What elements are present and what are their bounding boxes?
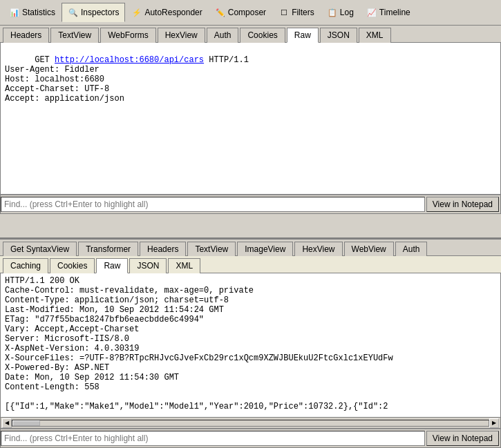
response-tab-bar-1: Get SyntaxView Transformer Headers TextV… — [0, 240, 501, 256]
statistics-icon: 📊 — [9, 7, 20, 18]
toolbar-label-composer: Composer — [228, 8, 266, 17]
req-tab-hexview[interactable]: HexView — [158, 28, 205, 43]
toolbar-btn-statistics[interactable]: 📊 Statistics — [3, 3, 62, 22]
scroll-left-btn[interactable]: ◀ — [2, 418, 12, 428]
timeline-icon: 📈 — [366, 7, 377, 18]
toolbar-btn-composer[interactable]: ✏️ Composer — [209, 3, 272, 22]
req-tab-auth[interactable]: Auth — [207, 28, 239, 43]
autoresponder-icon: ⚡ — [131, 7, 142, 18]
resp-tab-hexview[interactable]: HexView — [294, 242, 342, 256]
toolbar-label-inspectors: Inspectors — [81, 8, 119, 17]
toolbar-btn-filters[interactable]: ☐ Filters — [272, 3, 321, 22]
main-container: Headers TextView WebForms HexView Auth C… — [0, 26, 501, 448]
filters-icon: ☐ — [278, 7, 290, 18]
scroll-track[interactable] — [12, 420, 489, 427]
toolbar-label-timeline: Timeline — [379, 8, 410, 17]
toolbar-btn-autoresponder[interactable]: ⚡ AutoResponder — [125, 3, 208, 22]
req-tab-raw[interactable]: Raw — [287, 28, 319, 43]
top-toolbar: 📊 Statistics 🔍 Inspectors ⚡ AutoResponde… — [0, 0, 501, 26]
request-link[interactable]: http://localhost:6680/api/cars — [55, 55, 204, 65]
resp-tab2-raw[interactable]: Raw — [96, 258, 128, 273]
response-find-bar: View in Notepad — [0, 429, 501, 448]
toolbar-btn-log[interactable]: 📋 Log — [321, 3, 360, 22]
response-content-area: HTTP/1.1 200 OK Cache-Control: must-reva… — [0, 273, 501, 418]
response-panel: Get SyntaxView Transformer Headers TextV… — [0, 240, 501, 448]
response-find-input[interactable] — [1, 431, 425, 446]
toolbar-label-statistics: Statistics — [22, 8, 55, 17]
req-tab-json[interactable]: JSON — [320, 28, 357, 43]
toolbar-label-filters: Filters — [292, 8, 314, 17]
composer-icon: ✏️ — [215, 7, 226, 18]
scroll-right-btn[interactable]: ▶ — [489, 418, 499, 428]
toolbar-btn-inspectors[interactable]: 🔍 Inspectors — [62, 3, 125, 22]
request-find-input[interactable] — [1, 197, 425, 212]
req-tab-headers[interactable]: Headers — [3, 28, 49, 43]
resp-tab-textview[interactable]: TextView — [187, 242, 236, 256]
resp-tab-imageview[interactable]: ImageView — [237, 242, 293, 256]
resp-tab2-cookies[interactable]: Cookies — [50, 258, 95, 273]
resp-tab2-json[interactable]: JSON — [129, 258, 167, 273]
req-tab-xml[interactable]: XML — [359, 28, 391, 43]
request-tab-bar: Headers TextView WebForms HexView Auth C… — [0, 26, 501, 43]
request-content-area: GET http://localhost:6680/api/cars HTTP/… — [0, 43, 501, 195]
resp-tab-syntaxview[interactable]: Get SyntaxView — [3, 242, 77, 256]
response-tab-bar-2: Caching Cookies Raw JSON XML — [0, 256, 501, 273]
request-view-notepad-btn[interactable]: View in Notepad — [426, 197, 499, 212]
request-text-before-link: GET — [35, 55, 55, 65]
scroll-thumb[interactable] — [12, 420, 40, 426]
request-find-bar: View in Notepad — [0, 195, 501, 214]
resp-tab-auth[interactable]: Auth — [395, 242, 428, 256]
resp-tab-transformer[interactable]: Transformer — [78, 242, 138, 256]
inspectors-icon: 🔍 — [68, 7, 79, 18]
resp-tab2-caching[interactable]: Caching — [3, 258, 48, 273]
req-tab-webforms[interactable]: WebForms — [100, 28, 155, 43]
response-view-notepad-btn[interactable]: View in Notepad — [426, 431, 499, 446]
req-tab-cookies[interactable]: Cookies — [240, 28, 285, 43]
log-icon: 📋 — [327, 7, 338, 18]
horizontal-scrollbar[interactable]: ◀ ▶ — [0, 418, 501, 429]
req-tab-textview[interactable]: TextView — [50, 28, 99, 43]
toolbar-btn-timeline[interactable]: 📈 Timeline — [360, 3, 417, 22]
resp-tab-webview[interactable]: WebView — [344, 242, 394, 256]
toolbar-label-log: Log — [340, 8, 354, 17]
toolbar-label-autoresponder: AutoResponder — [144, 8, 202, 17]
resp-tab-headers[interactable]: Headers — [140, 242, 186, 256]
resp-tab2-xml[interactable]: XML — [168, 258, 200, 273]
request-panel: Headers TextView WebForms HexView Auth C… — [0, 26, 501, 240]
